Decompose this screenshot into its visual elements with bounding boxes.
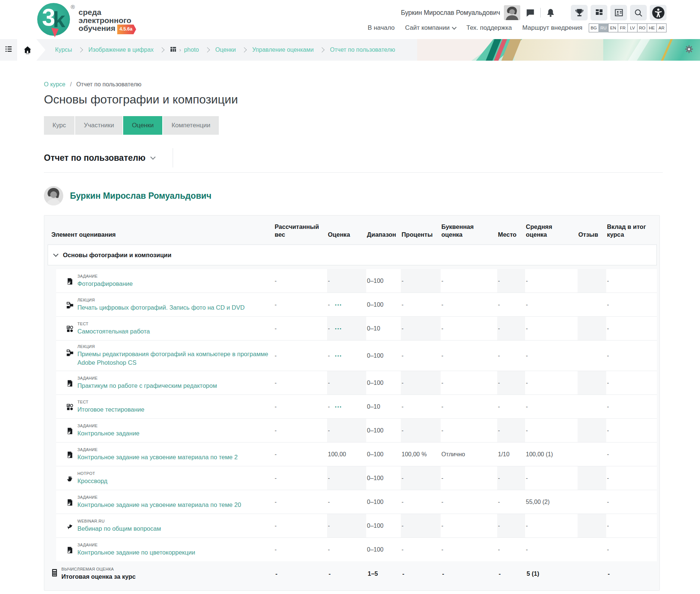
column-header-0: Элемент оценивания	[51, 223, 275, 245]
grid-table-icon[interactable]	[170, 46, 176, 54]
cell-feedback	[578, 490, 606, 514]
activity-link[interactable]: Контрольное задание по цветокоррекции	[77, 548, 195, 557]
cell-feedback	[578, 269, 606, 293]
cell-grade: -	[327, 419, 366, 442]
assignment-icon	[67, 451, 73, 458]
grade-menu-icon[interactable]: •••	[335, 354, 342, 358]
collapse-chevron-icon[interactable]	[53, 252, 58, 257]
activity-link[interactable]: Итоговое тестирование	[77, 405, 144, 414]
cell-letter: -	[441, 466, 497, 490]
contacts-icon[interactable]	[610, 5, 627, 20]
activity-link[interactable]: Практикум по работе с графическим редакт…	[77, 381, 217, 390]
lang-ar[interactable]: AR	[656, 23, 667, 32]
student-avatar[interactable]	[44, 186, 63, 205]
course-index-icon[interactable]	[4, 45, 13, 55]
crumb-courses[interactable]: Курсы	[55, 47, 72, 53]
cell-rank: -	[497, 269, 525, 293]
activity-link[interactable]: Фотографирование	[77, 280, 133, 288]
column-header-2: Оценка	[328, 223, 367, 245]
user-menu[interactable]: Буркин Мирослав Ромуальдович	[401, 9, 500, 17]
cell-percent: -	[401, 514, 441, 537]
cell-item-name: ТЕСТСамостоятельная работа	[56, 317, 274, 340]
cell-letter: -	[441, 341, 497, 371]
app-logo[interactable]: 3 k ® среда электронного обучения4.5.6a	[37, 3, 136, 36]
crumb-user-report[interactable]: Отчет по пользователю	[330, 47, 395, 53]
language-switcher: BGRUENFRLVROHEAR	[589, 23, 667, 32]
cell-contribution: -	[606, 443, 657, 466]
tab-competencies[interactable]: Компетенции	[163, 116, 219, 135]
cell-rank: -	[497, 466, 525, 490]
lang-he[interactable]: HE	[647, 23, 657, 32]
accessibility-icon[interactable]	[650, 5, 667, 20]
crumb-grade-admin[interactable]: Управление оценками	[252, 47, 314, 53]
cell-average: -	[525, 269, 578, 293]
avatar[interactable]	[504, 5, 520, 20]
cell-feedback	[578, 514, 606, 537]
lang-ru[interactable]: RU	[598, 23, 608, 32]
cell-percent: -	[401, 269, 441, 293]
crumb-category[interactable]: Изображение в цифрах	[89, 47, 154, 53]
chevron-down-icon[interactable]	[150, 154, 156, 160]
dashboard-grid-icon[interactable]	[591, 5, 607, 20]
cell-average: -	[525, 419, 578, 442]
column-header-3: Диапазон	[367, 223, 402, 245]
cell-letter: -	[441, 269, 497, 293]
tab-course[interactable]: Курс	[44, 116, 74, 135]
lang-lv[interactable]: LV	[627, 23, 637, 32]
nav-company-site[interactable]: Сайт компании	[405, 24, 456, 32]
trophy-icon[interactable]	[571, 5, 588, 20]
cell-range: 1–5	[367, 566, 402, 581]
category-row: Основы фотографии и композиции	[48, 245, 657, 265]
student-name-link[interactable]: Буркин Мирослав Ромуальдович	[70, 191, 211, 201]
crumb-course[interactable]: photo	[184, 47, 199, 53]
about-course-link[interactable]: О курсе	[44, 81, 65, 87]
activity-link[interactable]: Вебинар по общим вопросам	[77, 524, 161, 533]
crumb-grades[interactable]: Оценки	[215, 47, 236, 53]
grade-menu-icon[interactable]: •••	[335, 326, 342, 331]
activity-link[interactable]: Печать цифровых фотографий. Запись фото …	[77, 303, 244, 312]
activity-link[interactable]: Контрольное задание на усвоение материал…	[77, 501, 241, 509]
grade-menu-icon[interactable]: •••	[335, 405, 342, 409]
activity-link[interactable]: Контрольное задание на усвоение материал…	[77, 453, 238, 462]
activity-link[interactable]: Кроссворд	[77, 477, 108, 485]
lesson-icon	[67, 349, 73, 356]
chat-icon[interactable]	[525, 8, 535, 17]
quick-icons	[568, 5, 667, 20]
column-header-7: Средняя оценка	[526, 223, 578, 245]
cell-average: 100,00 (1)	[525, 443, 578, 466]
nav-roadmap[interactable]: Маршрут внедрения	[522, 24, 582, 32]
activity-link[interactable]: Контрольное задание	[77, 429, 140, 438]
bell-icon[interactable]	[546, 8, 555, 17]
lang-fr[interactable]: FR	[618, 23, 628, 32]
cell-weight: -	[274, 395, 327, 418]
tab-participants[interactable]: Участники	[75, 116, 122, 135]
cell-percent: -	[401, 395, 441, 418]
activity-link[interactable]: Самостоятельная работа	[77, 327, 150, 336]
lang-bg[interactable]: BG	[589, 23, 599, 32]
activity-link[interactable]: Приемы редактирования фотографий на комп…	[77, 350, 271, 367]
lang-en[interactable]: EN	[608, 23, 618, 32]
activity-type-label: ЗАДАНИЕ	[77, 274, 133, 278]
small-separator: ›	[179, 47, 181, 53]
column-header-1: Рассчитанный вес	[275, 223, 328, 245]
tab-grades[interactable]: Оценки	[123, 116, 162, 135]
gear-icon[interactable]	[685, 45, 693, 55]
home-icon[interactable]	[17, 39, 45, 61]
user-row: Буркин Мирослав Ромуальдович	[357, 4, 667, 21]
lang-ro[interactable]: RO	[637, 23, 647, 32]
cell-average: -	[525, 538, 578, 561]
activity-type-label: WEBINAR.RU	[77, 519, 161, 523]
cell-contribution: -	[606, 538, 657, 561]
grade-row: WEBINAR.RUВебинар по общим вопросам--0–1…	[56, 514, 657, 537]
grade-menu-icon[interactable]: •••	[335, 303, 342, 307]
report-selector-label[interactable]: Отчет по пользователю	[44, 153, 146, 163]
search-icon[interactable]	[630, 5, 647, 20]
cell-rank: -	[497, 293, 525, 316]
nav-home[interactable]: В начало	[368, 24, 394, 32]
cell-grade: -•••	[327, 293, 366, 316]
chevron-separator-icon	[159, 47, 164, 52]
cell-average: -	[525, 514, 578, 537]
nav-tech-support[interactable]: Тех. поддержка	[466, 24, 512, 32]
cell-feedback	[578, 317, 606, 340]
cell-percent: -	[401, 371, 441, 395]
